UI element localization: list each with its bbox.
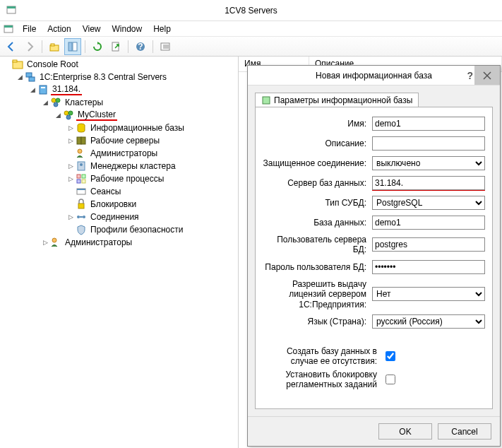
- checkbox-createdb[interactable]: [386, 351, 395, 361]
- tree-label: Сеансы: [89, 187, 122, 196]
- label-dbserver: Сервер баз данных:: [263, 178, 372, 188]
- menu-view[interactable]: View: [77, 23, 107, 35]
- svg-rect-5: [51, 44, 54, 46]
- cancel-button[interactable]: Cancel: [438, 423, 491, 440]
- tree-central-servers[interactable]: ◢ 1C:Enterprise 8.3 Central Servers: [16, 71, 238, 83]
- folder-icon: [12, 59, 23, 70]
- expander-open-icon[interactable]: ◢: [41, 98, 49, 107]
- tab-parameters[interactable]: Параметры информационной базы: [255, 93, 419, 107]
- tree-root[interactable]: Console Root: [3, 58, 238, 71]
- expander-open-icon[interactable]: ◢: [16, 73, 24, 81]
- input-dbuser[interactable]: [372, 237, 485, 252]
- select-license[interactable]: Нет: [372, 287, 485, 301]
- tree-label: Кластеры: [64, 98, 104, 107]
- ok-button[interactable]: OK: [378, 423, 432, 440]
- tree-label: Блокировки: [89, 199, 138, 209]
- tree-label: Console Root: [25, 59, 80, 69]
- dialog-body: Параметры информационной базы Имя: Описа…: [248, 86, 500, 416]
- svg-rect-38: [77, 189, 85, 190]
- back-button[interactable]: [3, 38, 20, 55]
- menu-action[interactable]: Action: [42, 23, 76, 35]
- svg-rect-35: [77, 179, 80, 183]
- toolbar-separator: [85, 40, 85, 53]
- app-icon: [6, 4, 17, 16]
- tree-administrators-top[interactable]: ▷ Администраторы: [41, 236, 238, 249]
- svg-rect-16: [13, 60, 17, 62]
- input-name[interactable]: [372, 117, 485, 131]
- dialog-buttons: OK Cancel: [248, 416, 500, 446]
- expander-empty: [66, 187, 75, 196]
- tree-work-servers[interactable]: ▷ Рабочие серверы: [66, 134, 238, 147]
- expander-closed-icon[interactable]: ▷: [66, 175, 75, 183]
- expander-closed-icon[interactable]: ▷: [66, 162, 75, 170]
- refresh-button[interactable]: [89, 38, 106, 55]
- tree-administrators[interactable]: Администраторы: [66, 147, 238, 160]
- label-createdb: Создать базу данных в случае ее отсутств…: [263, 346, 383, 367]
- select-lang[interactable]: русский (Россия): [372, 314, 485, 329]
- dialog-close-button[interactable]: [474, 66, 500, 85]
- expander-closed-icon[interactable]: ▷: [66, 124, 75, 132]
- svg-point-22: [56, 98, 60, 102]
- tree-server[interactable]: ◢ 31.184.: [28, 83, 238, 96]
- expander-icon[interactable]: [3, 60, 11, 69]
- tree-clusters[interactable]: ◢ Кластеры: [41, 96, 238, 109]
- label-dbtype: Тип СУБД:: [263, 198, 372, 208]
- svg-rect-36: [82, 179, 85, 183]
- dialog-titlebar: Новая информационная база ?: [248, 66, 500, 86]
- input-dbserver[interactable]: [372, 176, 485, 190]
- toolbar-separator: [42, 40, 42, 53]
- svg-rect-6: [68, 42, 72, 51]
- tree-mycluster[interactable]: ◢ MyCluster: [54, 109, 238, 122]
- cluster-icon: [63, 110, 74, 121]
- expander-open-icon[interactable]: ◢: [28, 86, 37, 94]
- checkbox-block[interactable]: [386, 375, 395, 384]
- properties-button[interactable]: [157, 38, 174, 55]
- server-icon: [37, 84, 49, 95]
- lock-icon: [76, 199, 87, 210]
- expander-closed-icon[interactable]: ▷: [41, 238, 49, 247]
- svg-point-32: [80, 163, 83, 166]
- expander-open-icon[interactable]: ◢: [54, 111, 62, 119]
- expander-closed-icon[interactable]: ▷: [66, 136, 75, 145]
- dialog-help-button[interactable]: ?: [467, 70, 473, 81]
- tree-label: Администраторы: [89, 148, 159, 158]
- tab-content: Имя: Описание: Защищенное соединение:вык…: [255, 107, 493, 409]
- svg-rect-17: [26, 73, 32, 77]
- svg-rect-18: [29, 77, 35, 81]
- label-desc: Описание:: [263, 138, 372, 148]
- help-button[interactable]: ?: [132, 38, 149, 55]
- svg-rect-46: [263, 97, 270, 104]
- menu-help[interactable]: Help: [148, 23, 177, 35]
- new-infobase-dialog: Новая информационная база ? Параметры ин…: [247, 65, 501, 447]
- svg-rect-1: [7, 6, 16, 8]
- tree-infobases[interactable]: ▷ Информационные базы: [66, 122, 238, 134]
- tree-locks[interactable]: Блокировки: [66, 198, 238, 211]
- up-button[interactable]: [46, 38, 63, 55]
- input-dbpass[interactable]: [372, 260, 485, 274]
- show-hide-tree-button[interactable]: [64, 38, 81, 55]
- label-dbname: База данных:: [263, 218, 372, 228]
- expander-closed-icon[interactable]: ▷: [66, 213, 75, 221]
- tree-cluster-managers[interactable]: ▷ Менеджеры кластера: [66, 160, 238, 172]
- tab-label: Параметры информационной базы: [274, 95, 412, 105]
- select-secure[interactable]: выключено: [372, 156, 485, 170]
- menu-file[interactable]: File: [17, 23, 42, 35]
- toolbar-separator: [128, 40, 129, 53]
- svg-point-30: [78, 149, 82, 153]
- svg-rect-20: [41, 87, 45, 88]
- tree-sessions[interactable]: Сеансы: [66, 185, 238, 198]
- forward-button[interactable]: [21, 38, 38, 55]
- export-button[interactable]: [107, 38, 124, 55]
- menu-window[interactable]: Window: [107, 23, 148, 35]
- svg-point-41: [83, 216, 85, 218]
- tree-work-processes[interactable]: ▷ Рабочие процессы: [66, 172, 238, 185]
- svg-point-21: [52, 98, 56, 102]
- input-desc[interactable]: [372, 136, 485, 151]
- label-dbuser: Пользователь сервера БД:: [263, 235, 372, 255]
- tree-connections[interactable]: ▷ Соединения: [66, 211, 238, 223]
- select-dbtype[interactable]: PostgreSQL: [372, 196, 485, 210]
- label-dbpass: Пароль пользователя БД:: [263, 262, 372, 272]
- tree-security-profiles[interactable]: Профили безопасности: [66, 223, 238, 236]
- input-dbname[interactable]: [372, 216, 485, 230]
- svg-point-23: [54, 102, 58, 107]
